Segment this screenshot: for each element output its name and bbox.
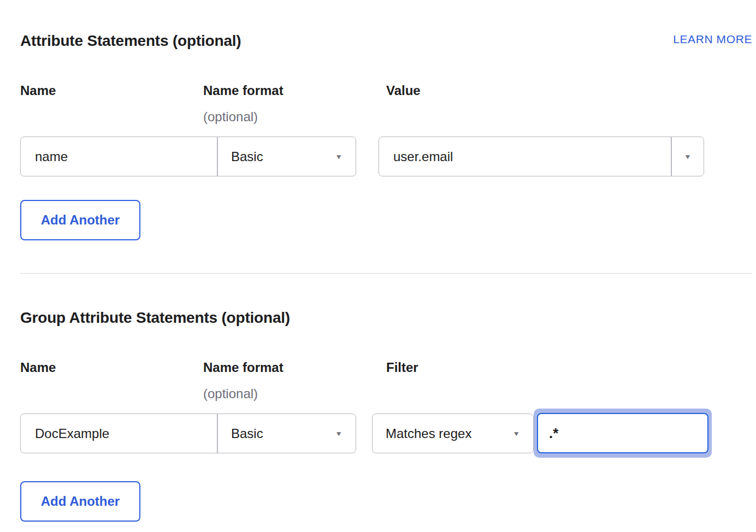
chevron-down-icon: ▼	[684, 153, 692, 160]
group-attribute-statement-row: Basic ▼ Matches regex ▼	[20, 413, 752, 458]
attribute-value-dropdown-toggle[interactable]: ▼	[672, 137, 704, 176]
group-name-column-label: Name	[20, 360, 203, 375]
attribute-name-column-label: Name	[20, 83, 203, 98]
attribute-name-format-column-label: Name format	[203, 83, 386, 98]
group-name-format-select[interactable]: Basic ▼	[218, 414, 356, 453]
group-column-sublabels: (optional)	[20, 386, 752, 401]
group-filter-type-select[interactable]: Matches regex ▼	[372, 413, 534, 453]
group-filter-column-label: Filter	[386, 360, 752, 375]
attribute-value-group: ▼	[379, 137, 704, 176]
chevron-down-icon: ▼	[335, 430, 342, 437]
attribute-name-format-select[interactable]: Basic ▼	[218, 137, 356, 176]
attribute-statements-header: Attribute Statements (optional) LEARN MO…	[20, 32, 752, 50]
group-name-input[interactable]	[21, 414, 218, 453]
group-filter-value-input[interactable]	[537, 413, 708, 453]
group-name-format-selected-value: Basic	[231, 426, 263, 441]
chevron-down-icon: ▼	[512, 430, 520, 437]
group-name-format-optional-note: (optional)	[203, 386, 386, 401]
group-attribute-statements-header: Group Attribute Statements (optional)	[20, 309, 752, 327]
attribute-statement-row: Basic ▼ ▼	[20, 137, 752, 176]
attribute-value-column-label: Value	[386, 83, 752, 98]
attribute-name-input[interactable]	[21, 137, 218, 176]
group-name-format-column-label: Name format	[203, 360, 386, 375]
chevron-down-icon: ▼	[335, 153, 342, 160]
attribute-name-format-selected-value: Basic	[231, 149, 263, 164]
attribute-add-another-button[interactable]: Add Another	[20, 200, 140, 240]
learn-more-link[interactable]: LEARN MORE	[673, 33, 752, 46]
attribute-name-and-format-group: Basic ▼	[20, 137, 356, 176]
group-add-another-button[interactable]: Add Another	[20, 481, 140, 522]
group-filter-value-focus-ring	[534, 409, 712, 458]
attribute-column-sublabels: (optional)	[20, 109, 752, 125]
group-name-and-format-group: Basic ▼	[20, 413, 356, 453]
saml-settings-page: Attribute Statements (optional) LEARN MO…	[0, 0, 756, 532]
group-attribute-statements-title: Group Attribute Statements (optional)	[20, 309, 752, 327]
attribute-statements-title: Attribute Statements (optional)	[20, 32, 241, 50]
attribute-column-labels: Name Name format Value	[20, 83, 752, 98]
group-filter-type-selected-value: Matches regex	[386, 426, 471, 441]
section-divider	[20, 273, 752, 274]
attribute-value-input[interactable]	[379, 137, 672, 176]
attribute-name-format-optional-note: (optional)	[203, 109, 386, 125]
group-column-labels: Name Name format Filter	[20, 360, 752, 375]
